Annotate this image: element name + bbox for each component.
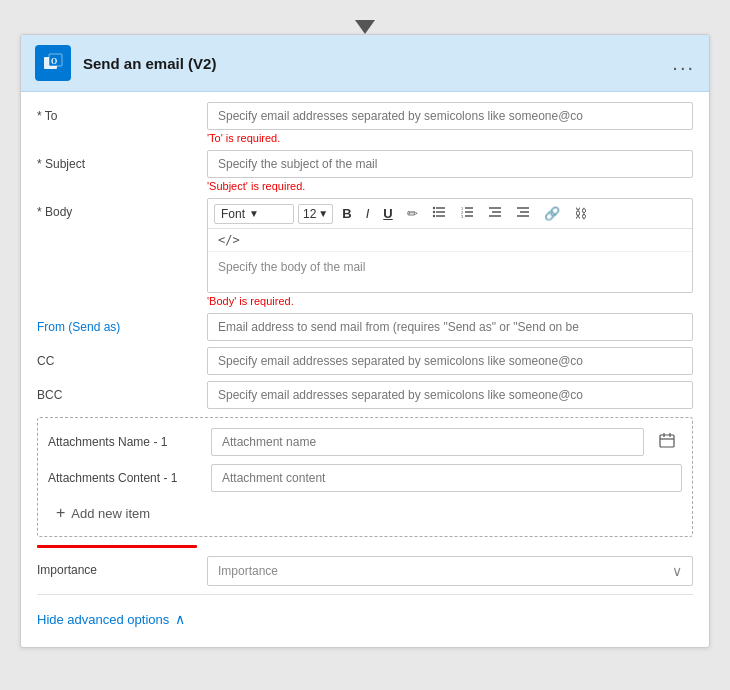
importance-select-wrapper: Importance ∨ xyxy=(207,556,693,586)
from-input[interactable] xyxy=(207,313,693,341)
importance-divider xyxy=(37,545,197,548)
from-row: From (Send as) xyxy=(37,313,693,341)
svg-text:3: 3 xyxy=(461,214,464,219)
from-input-wrapper xyxy=(207,313,693,341)
separator xyxy=(37,594,693,595)
bcc-input-wrapper xyxy=(207,381,693,409)
subject-row: * Subject 'Subject' is required. xyxy=(37,150,693,192)
outdent-icon[interactable] xyxy=(483,203,507,224)
cc-row: CC xyxy=(37,347,693,375)
from-label: From (Send as) xyxy=(37,313,207,334)
email-card: O Send an email (V2) ... * To 'To' is re… xyxy=(20,34,710,648)
attachments-section: Attachments Name - 1 Attachments Content… xyxy=(37,417,693,537)
subject-input-wrapper: 'Subject' is required. xyxy=(207,150,693,192)
bcc-label: BCC xyxy=(37,381,207,402)
subject-input[interactable] xyxy=(207,150,693,178)
outlook-icon: O xyxy=(35,45,71,81)
to-input[interactable] xyxy=(207,102,693,130)
to-label: * To xyxy=(37,102,207,123)
font-size-select[interactable]: 12 ▼ xyxy=(298,204,333,224)
card-header: O Send an email (V2) ... xyxy=(21,35,709,92)
calendar-icon xyxy=(658,431,676,449)
font-select[interactable]: Font ▼ xyxy=(214,204,294,224)
svg-point-7 xyxy=(432,211,434,213)
subject-label: * Subject xyxy=(37,150,207,171)
importance-row: Importance Importance ∨ xyxy=(37,556,693,586)
cc-input-wrapper xyxy=(207,347,693,375)
body-input-wrapper: Font ▼ 12 ▼ B I U ✏ xyxy=(207,198,693,307)
link-icon[interactable]: 🔗 xyxy=(539,204,565,223)
importance-dropdown-arrow: ∨ xyxy=(672,563,682,579)
flow-arrow xyxy=(355,20,375,34)
cc-label: CC xyxy=(37,347,207,368)
svg-point-8 xyxy=(432,215,434,217)
body-label: * Body xyxy=(37,198,207,219)
attachment-delete-button[interactable] xyxy=(652,429,682,455)
add-new-item-button[interactable]: + Add new item xyxy=(48,500,158,526)
bold-button[interactable]: B xyxy=(337,204,356,223)
font-size-value: 12 xyxy=(303,207,316,221)
hide-advanced-button[interactable]: Hide advanced options ∧ xyxy=(37,607,693,631)
to-input-wrapper: 'To' is required. xyxy=(207,102,693,144)
card-title: Send an email (V2) xyxy=(83,55,672,72)
importance-label: Importance xyxy=(37,556,207,577)
body-editor: Font ▼ 12 ▼ B I U ✏ xyxy=(207,198,693,293)
to-row: * To 'To' is required. xyxy=(37,102,693,144)
font-size-arrow: ▼ xyxy=(318,208,328,219)
add-new-item-label: Add new item xyxy=(71,506,150,521)
cc-input[interactable] xyxy=(207,347,693,375)
underline-button[interactable]: U xyxy=(378,204,397,223)
to-error: 'To' is required. xyxy=(207,132,693,144)
hide-advanced-label: Hide advanced options xyxy=(37,612,169,627)
bcc-row: BCC xyxy=(37,381,693,409)
bcc-input[interactable] xyxy=(207,381,693,409)
attachment-content-input[interactable] xyxy=(211,464,682,492)
unlink-icon[interactable]: ⛓ xyxy=(569,204,592,223)
chevron-up-icon: ∧ xyxy=(175,611,185,627)
ordered-list-icon[interactable]: 123 xyxy=(455,203,479,224)
add-icon: + xyxy=(56,504,65,522)
attachment-name-input[interactable] xyxy=(211,428,644,456)
importance-select[interactable]: Importance ∨ xyxy=(207,556,693,586)
indent-icon[interactable] xyxy=(511,203,535,224)
svg-rect-21 xyxy=(660,435,674,447)
attachment-name-row: Attachments Name - 1 xyxy=(48,428,682,456)
card-body: * To 'To' is required. * Subject 'Subjec… xyxy=(21,92,709,647)
body-code-indicator: </> xyxy=(208,229,692,252)
body-error: 'Body' is required. xyxy=(207,295,693,307)
importance-value: Importance xyxy=(218,564,278,578)
unordered-list-icon[interactable] xyxy=(427,203,451,224)
subject-error: 'Subject' is required. xyxy=(207,180,693,192)
body-placeholder-text[interactable]: Specify the body of the mail xyxy=(208,252,692,292)
card-menu-button[interactable]: ... xyxy=(672,52,695,75)
body-row: * Body Font ▼ 12 ▼ xyxy=(37,198,693,307)
font-select-label: Font xyxy=(221,207,245,221)
body-toolbar: Font ▼ 12 ▼ B I U ✏ xyxy=(208,199,692,229)
font-dropdown-arrow: ▼ xyxy=(249,208,259,219)
attachment-content-row: Attachments Content - 1 xyxy=(48,464,682,492)
italic-button[interactable]: I xyxy=(361,204,375,223)
attachment-content-label: Attachments Content - 1 xyxy=(48,471,203,485)
svg-text:O: O xyxy=(51,57,57,66)
svg-point-6 xyxy=(432,207,434,209)
attachment-name-label: Attachments Name - 1 xyxy=(48,435,203,449)
pencil-icon[interactable]: ✏ xyxy=(402,204,423,223)
